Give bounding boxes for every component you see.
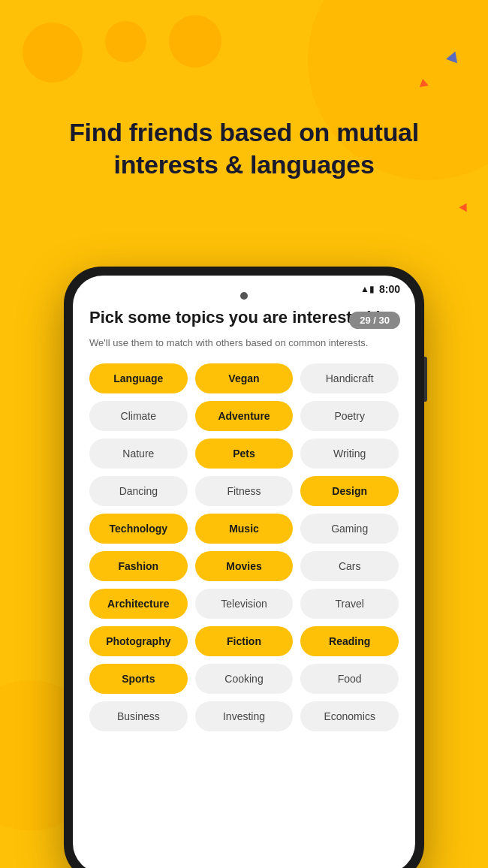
bg-decoration-circle-1 (23, 23, 83, 83)
topic-chip-handicraft[interactable]: Handicraft (300, 363, 399, 393)
bg-decoration-circle-3 (169, 15, 221, 68)
phone-screen: ▲▮ 8:00 29 / 30 Pick some topics you are… (73, 276, 415, 868)
topic-chip-pets[interactable]: Pets (195, 439, 294, 469)
bg-decoration-circle-2 (105, 21, 146, 62)
topic-chip-climate[interactable]: Climate (89, 401, 188, 431)
topic-chip-design[interactable]: Design (300, 476, 399, 506)
topic-chip-reading[interactable]: Reading (300, 626, 399, 656)
topic-chip-photography[interactable]: Photography (89, 626, 188, 656)
deco-triangle-orange-1 (418, 78, 429, 87)
camera-dot (240, 292, 248, 300)
topic-chip-music[interactable]: Music (195, 514, 294, 544)
headline-section: Find friends based on mutual interests &… (0, 116, 488, 180)
phone-frame: ▲▮ 8:00 29 / 30 Pick some topics you are… (64, 267, 424, 868)
topics-grid: LanguageVeganHandicraftClimateAdventureP… (89, 363, 399, 731)
topic-chip-nature[interactable]: Nature (89, 439, 188, 469)
topic-chip-sports[interactable]: Sports (89, 664, 188, 694)
topic-chip-business[interactable]: Business (89, 701, 188, 731)
topic-chip-vegan[interactable]: Vegan (195, 363, 294, 393)
topic-chip-travel[interactable]: Travel (300, 589, 399, 619)
topic-chip-language[interactable]: Language (89, 363, 188, 393)
topic-chip-dancing[interactable]: Dancing (89, 476, 188, 506)
deco-triangle-orange-2 (459, 201, 470, 212)
topic-chip-food[interactable]: Food (300, 664, 399, 694)
headline-text: Find friends based on mutual interests &… (30, 116, 458, 180)
topic-chip-investing[interactable]: Investing (195, 701, 294, 731)
topic-chip-poetry[interactable]: Poetry (300, 401, 399, 431)
topic-chip-cooking[interactable]: Cooking (195, 664, 294, 694)
topic-chip-cars[interactable]: Cars (300, 551, 399, 581)
topic-chip-technology[interactable]: Technology (89, 514, 188, 544)
topic-chip-fiction[interactable]: Fiction (195, 626, 294, 656)
topic-chip-gaming[interactable]: Gaming (300, 514, 399, 544)
screen-subtitle: We'll use them to match with others base… (89, 336, 399, 350)
topic-chip-fitness[interactable]: Fitness (195, 476, 294, 506)
screen-content: Pick some topics you are interested in. … (73, 300, 415, 731)
phone-mockup: ▲▮ 8:00 29 / 30 Pick some topics you are… (64, 267, 424, 868)
topic-chip-television[interactable]: Television (195, 589, 294, 619)
progress-badge: 29 / 30 (349, 312, 400, 329)
signal-icon: ▲▮ (360, 284, 375, 294)
topic-chip-movies[interactable]: Movies (195, 551, 294, 581)
status-time: 8:00 (379, 283, 400, 295)
topic-chip-adventure[interactable]: Adventure (195, 401, 294, 431)
topic-chip-economics[interactable]: Economics (300, 701, 399, 731)
topic-chip-writing[interactable]: Writing (300, 439, 399, 469)
topic-chip-architecture[interactable]: Architecture (89, 589, 188, 619)
topic-chip-fashion[interactable]: Fashion (89, 551, 188, 581)
